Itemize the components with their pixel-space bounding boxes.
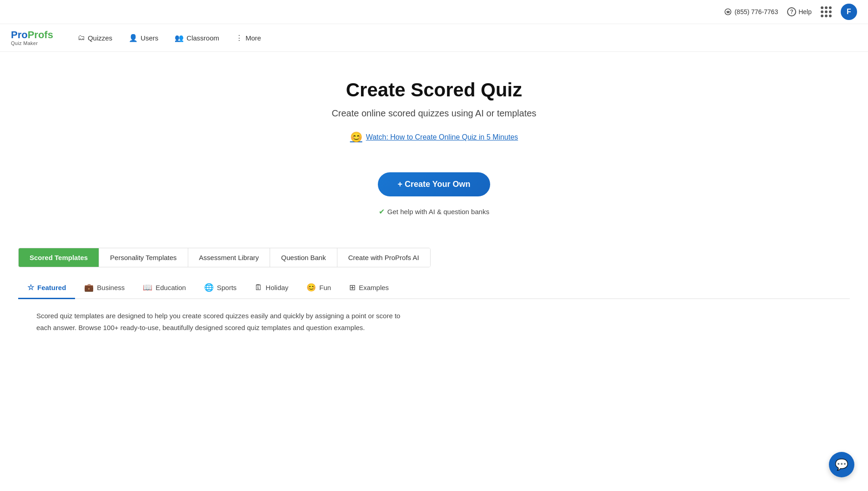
more-icon: ⋮	[236, 34, 243, 42]
nav-item-classroom[interactable]: 👥 Classroom	[168, 30, 226, 46]
sub-tab-holiday[interactable]: 🗓 Holiday	[246, 279, 297, 299]
sub-tab-sports-label: Sports	[217, 284, 236, 291]
sub-tabs: ☆ Featured 💼 Business 📖 Education 🌐 Spor…	[18, 278, 850, 299]
sub-tab-featured-label: Featured	[37, 284, 66, 291]
nav-item-quizzes[interactable]: 🗂 Quizzes	[71, 30, 119, 45]
main-tabs: Scored Templates Personality Templates A…	[18, 248, 431, 267]
hero-section: Create Scored Quiz Create online scored …	[0, 52, 868, 234]
tab-scored-templates[interactable]: Scored Templates	[19, 248, 99, 267]
fun-icon: 😊	[306, 283, 316, 292]
description-section: Scored quiz templates are designed to he…	[18, 299, 427, 333]
hero-subtitle: Create online scored quizzes using AI or…	[9, 108, 859, 119]
grid-dot	[829, 6, 832, 9]
watch-icon: 😊	[350, 131, 362, 143]
sub-tab-business[interactable]: 💼 Business	[75, 278, 134, 299]
nav-label-users: Users	[140, 34, 158, 42]
check-icon: ✔	[379, 207, 385, 216]
description-text: Scored quiz templates are designed to he…	[36, 310, 409, 333]
grid-dot	[829, 10, 832, 13]
logo-pro: Pro	[11, 29, 28, 40]
topbar: ☎ (855) 776-7763 ? Help F	[0, 0, 868, 24]
sports-icon: 🌐	[204, 283, 214, 292]
sub-tab-examples[interactable]: ⊞ Examples	[340, 278, 398, 299]
holiday-icon: 🗓	[255, 283, 262, 292]
business-icon: 💼	[84, 283, 94, 292]
grid-dot	[829, 15, 832, 17]
create-button[interactable]: + Create Your Own	[378, 172, 491, 196]
grid-dot	[821, 6, 823, 9]
tab-personality-templates[interactable]: Personality Templates	[99, 248, 188, 267]
help-label: Help	[798, 8, 812, 15]
tab-assessment-library[interactable]: Assessment Library	[188, 248, 271, 267]
page-title: Create Scored Quiz	[9, 79, 859, 101]
nav-label-more: More	[246, 34, 261, 42]
main-tabs-section: Scored Templates Personality Templates A…	[0, 248, 868, 333]
nav-label-quizzes: Quizzes	[88, 34, 112, 42]
phone-info: ☎ (855) 776-7763	[724, 8, 778, 15]
grid-dot	[821, 15, 823, 17]
logo[interactable]: ProProfs Quiz Maker	[11, 30, 53, 46]
ai-note-text: Get help with AI & question banks	[387, 208, 489, 215]
tab-create-with-ai[interactable]: Create with ProProfs AI	[337, 248, 430, 267]
sub-tab-fun[interactable]: 😊 Fun	[297, 278, 340, 299]
quizzes-icon: 🗂	[78, 34, 85, 42]
sub-tab-education[interactable]: 📖 Education	[134, 278, 195, 299]
watch-link-text: Watch: How to Create Online Quiz in 5 Mi…	[366, 133, 518, 141]
grid-dot	[825, 10, 828, 13]
classroom-icon: 👥	[175, 34, 184, 42]
sub-tab-featured[interactable]: ☆ Featured	[18, 278, 75, 299]
phone-icon: ☎	[724, 8, 732, 15]
nav-menu: 🗂 Quizzes 👤 Users 👥 Classroom ⋮ More	[71, 30, 267, 46]
phone-number: (855) 776-7763	[734, 8, 778, 15]
logo-profs: Profs	[28, 29, 53, 40]
sub-tab-fun-label: Fun	[319, 284, 331, 291]
help-button[interactable]: ? Help	[787, 7, 812, 16]
grid-dot	[821, 10, 823, 13]
svg-text:☎: ☎	[726, 10, 730, 14]
sub-tab-education-label: Education	[156, 284, 186, 291]
help-icon: ?	[787, 7, 796, 16]
sub-tab-examples-label: Examples	[359, 284, 389, 291]
sub-tab-business-label: Business	[97, 284, 125, 291]
nav-label-classroom: Classroom	[186, 34, 219, 42]
navbar: ProProfs Quiz Maker 🗂 Quizzes 👤 Users 👥 …	[0, 24, 868, 52]
nav-item-more[interactable]: ⋮ More	[229, 30, 267, 46]
examples-icon: ⊞	[349, 283, 356, 292]
grid-dot	[825, 15, 828, 17]
nav-item-users[interactable]: 👤 Users	[122, 30, 165, 46]
logo-subtitle: Quiz Maker	[11, 40, 53, 46]
apps-grid-button[interactable]	[821, 6, 832, 17]
featured-icon: ☆	[27, 283, 34, 292]
user-avatar[interactable]: F	[841, 4, 857, 20]
tab-question-bank[interactable]: Question Bank	[270, 248, 337, 267]
watch-link[interactable]: 😊 Watch: How to Create Online Quiz in 5 …	[350, 131, 518, 143]
users-icon: 👤	[129, 34, 138, 42]
grid-dot	[825, 6, 828, 9]
sub-tab-sports[interactable]: 🌐 Sports	[195, 278, 246, 299]
education-icon: 📖	[143, 283, 152, 292]
sub-tab-holiday-label: Holiday	[266, 284, 288, 291]
